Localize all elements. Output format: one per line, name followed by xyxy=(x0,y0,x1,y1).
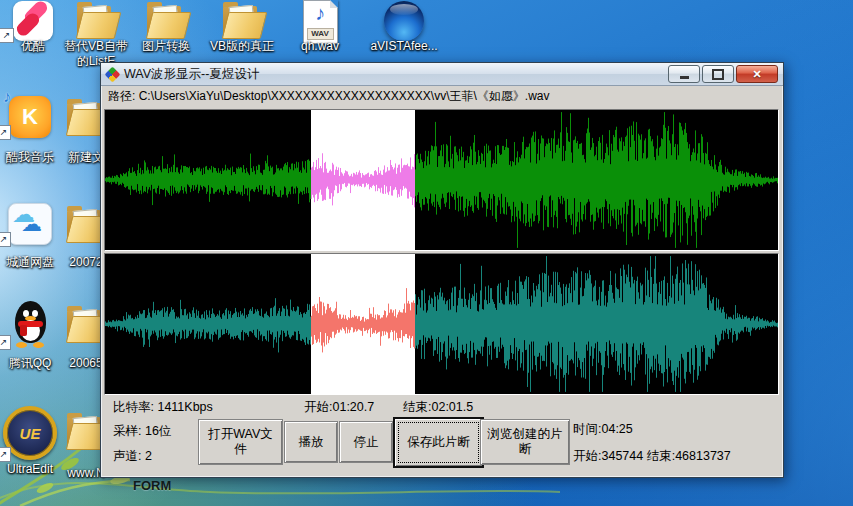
desktop-icon-vb-listbox-folder[interactable] xyxy=(64,1,128,39)
desktop-icon-image-convert-folder[interactable] xyxy=(134,1,198,39)
icon-label-qh-wav-file: qh.wav xyxy=(278,39,362,53)
cloud-drive-icon: ☁☁ xyxy=(8,203,52,245)
desktop-icon-chengtong-drive[interactable]: ☁☁↗ xyxy=(0,203,62,245)
bitrate-label: 比特率: 1411Kbps xyxy=(113,399,213,416)
desktop-icon-tencent-qq[interactable]: ↗ xyxy=(0,300,62,348)
sample-bits-label: 采样: 16位 xyxy=(113,423,171,440)
folder-icon xyxy=(220,1,264,39)
desktop-icon-avistafee[interactable] xyxy=(372,1,436,41)
waveform-left-channel[interactable] xyxy=(104,109,779,251)
desktop-icon-youku[interactable]: ↗ xyxy=(1,1,65,41)
close-button[interactable]: ✕ xyxy=(736,65,778,83)
browse-clips-button[interactable]: 浏览创建的片断 xyxy=(480,419,570,465)
maximize-icon xyxy=(712,69,724,80)
window-titlebar[interactable]: WAV波形显示--夏煜设计 ✕ xyxy=(101,63,783,86)
wav-file-icon: ♪WAV xyxy=(303,0,338,44)
desktop-label-form: FORM xyxy=(133,478,171,493)
total-time-label: 时间:04:25 xyxy=(573,421,633,438)
play-button[interactable]: 播放 xyxy=(284,421,338,463)
minimize-icon xyxy=(680,76,689,79)
desktop-icon-ultraedit[interactable]: UE↗ xyxy=(0,406,62,460)
icon-label-image-convert-folder: 图片转换 xyxy=(124,39,208,53)
shortcut-arrow-icon: ↗ xyxy=(0,232,11,247)
file-path-label: 路径: C:\Users\XiaYu\Desktop\XXXXXXXXXXXXX… xyxy=(101,86,783,107)
minimize-button[interactable] xyxy=(668,65,700,83)
app-diamond-icon xyxy=(105,66,121,82)
desktop-icon-kuwo-music[interactable]: ♪K↗ xyxy=(0,96,62,138)
window-title: WAV波形显示--夏煜设计 xyxy=(124,66,259,83)
blue-orb-icon xyxy=(384,1,424,41)
youku-logo-icon xyxy=(13,1,53,41)
ultraedit-icon: UE xyxy=(3,406,57,460)
kuwo-music-icon: ♪K xyxy=(9,96,51,138)
shortcut-arrow-icon: ↗ xyxy=(0,447,11,462)
open-wav-button[interactable]: 打开WAV文件 xyxy=(198,419,283,465)
save-clip-button[interactable]: 保存此片断 xyxy=(393,417,484,468)
folder-icon xyxy=(74,1,118,39)
qq-penguin-icon xyxy=(7,300,53,348)
selection-end-time: 结束:02:01.5 xyxy=(403,399,473,416)
desktop-icon-qh-wav-file[interactable]: ♪WAV xyxy=(288,0,352,44)
desktop: FORM ↗优酷替代VB自带的ListE图片转换VB版的真正♪WAVqh.wav… xyxy=(0,0,853,506)
close-icon: ✕ xyxy=(752,69,761,80)
selection-start-time: 开始:01:20.7 xyxy=(304,399,374,416)
shortcut-arrow-icon: ↗ xyxy=(0,125,11,140)
desktop-icon-vb-real-folder[interactable] xyxy=(210,1,274,39)
stop-button[interactable]: 停止 xyxy=(339,421,393,463)
icon-label-vb-real-folder: VB版的真正 xyxy=(200,39,284,53)
waveform-right-channel[interactable] xyxy=(104,253,779,395)
channel-count-label: 声道: 2 xyxy=(113,448,152,465)
maximize-button[interactable] xyxy=(702,65,734,83)
shortcut-arrow-icon: ↗ xyxy=(0,335,11,350)
wav-display-window: WAV波形显示--夏煜设计 ✕ 路径: C:\Users\XiaYu\Deskt… xyxy=(100,62,784,478)
folder-icon xyxy=(144,1,188,39)
icon-label-avistafee: aVISTAfee... xyxy=(362,39,446,53)
byte-range-label: 开始:345744 结束:46813737 xyxy=(573,448,731,465)
